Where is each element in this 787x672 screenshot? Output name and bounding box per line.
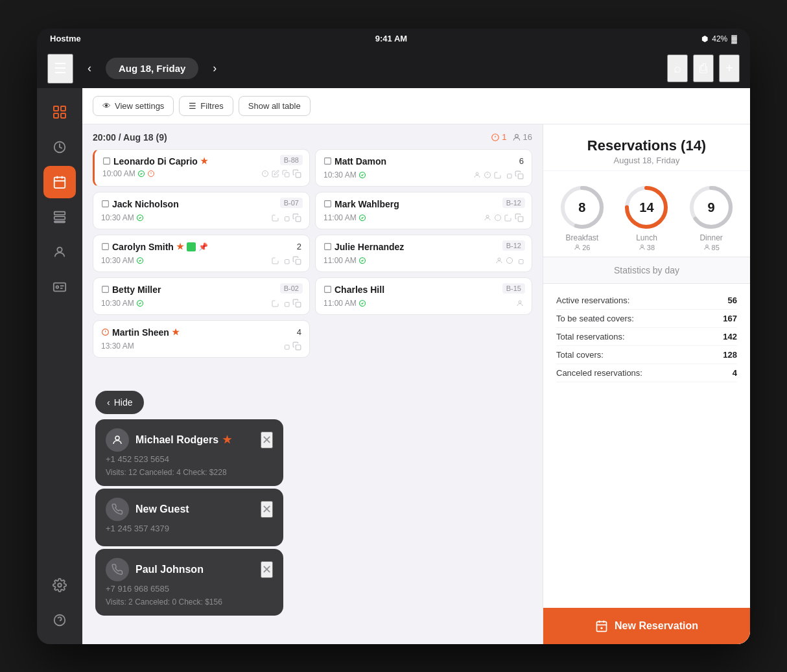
sidebar-item-floor-plan[interactable]: [43, 96, 76, 128]
close-paul-button[interactable]: ✕: [261, 561, 273, 578]
circles-row: 8 Breakfast 26: [543, 171, 750, 257]
card-time-1: 10:00 AM: [102, 169, 155, 178]
lunch-value: 14: [639, 200, 653, 214]
res-card-8[interactable]: Charles Hill 4 B-15 11:00 AM: [315, 277, 532, 315]
card-time-7: 10:30 AM: [101, 299, 144, 308]
stat-value-total-covers: 128: [723, 350, 737, 360]
card-name-2: Matt Damon: [323, 156, 386, 167]
battery-icon: ▓: [731, 34, 737, 43]
card-table-1: B-88: [280, 155, 303, 165]
popup-name-new-guest: New Guest: [135, 504, 189, 515]
next-date-button[interactable]: ›: [206, 58, 223, 79]
time-label: 20:00 / Aug 18 (9): [93, 132, 167, 143]
cards-single-row5: Martin Sheen ★ 4 13:30 AM: [93, 320, 532, 358]
res-card-9[interactable]: Martin Sheen ★ 4 13:30 AM: [93, 320, 310, 358]
svg-rect-2: [54, 113, 58, 118]
svg-rect-33: [325, 158, 331, 165]
right-panel-header: Reservations (14) August 18, Friday: [543, 124, 750, 171]
view-settings-button[interactable]: 👁 View settings: [93, 96, 174, 116]
svg-rect-49: [102, 244, 109, 250]
prev-date-button[interactable]: ‹: [81, 58, 98, 79]
res-card-2[interactable]: Matt Damon 6 10:30 AM: [315, 149, 532, 187]
warning-badge: 1: [491, 132, 506, 142]
stat-label-seated: To be seated covers:: [556, 314, 723, 323]
svg-point-47: [495, 214, 501, 220]
svg-point-14: [56, 286, 59, 288]
svg-point-35: [476, 172, 478, 175]
card-icons-9: [282, 342, 301, 351]
card-icons-6: [495, 257, 524, 264]
card-time-2: 10:30 AM: [323, 170, 366, 180]
nav-icons: ⌕ ⎙ +: [667, 54, 740, 82]
pin-icon-5: 📌: [198, 242, 208, 251]
svg-rect-0: [54, 106, 58, 111]
filtres-button[interactable]: ☰ Filtres: [179, 96, 233, 116]
show-all-table-button[interactable]: Show all table: [239, 96, 311, 116]
res-card-7[interactable]: Betty Miller 3 B-02 10:30 AM: [93, 277, 310, 315]
search-button[interactable]: ⌕: [667, 54, 688, 82]
card-icons-4: [484, 213, 524, 222]
add-button[interactable]: +: [719, 54, 740, 82]
date-selector[interactable]: Aug 18, Friday: [106, 58, 198, 79]
dinner-covers: 85: [688, 244, 734, 251]
sidebar-item-settings[interactable]: [43, 569, 76, 601]
time-header: 20:00 / Aug 18 (9) 1 16: [93, 132, 532, 143]
svg-rect-5: [54, 177, 65, 188]
lunch-label: Lunch: [623, 233, 670, 242]
close-michael-button[interactable]: ✕: [261, 432, 273, 448]
avatar-michael: [106, 428, 129, 452]
hide-button[interactable]: ‹ Hide: [95, 391, 144, 414]
star-icon-9: ★: [172, 327, 180, 337]
filter-icon: ☰: [189, 101, 196, 111]
sidebar-item-guests[interactable]: [43, 236, 76, 268]
res-card-4[interactable]: Mark Wahlberg 4 B-12 11:00 AM: [315, 192, 532, 229]
card-name-1: Leonardo Di Caprio ★: [102, 156, 208, 167]
res-card-3[interactable]: Jack Nicholson 2 B-07 10:30 AM: [93, 192, 310, 229]
close-new-guest-button[interactable]: ✕: [261, 501, 273, 518]
chevron-left-icon: ‹: [107, 397, 110, 408]
popup-card-paul: Paul Johnson ✕ +7 916 968 6585 Visits: 2…: [95, 549, 283, 616]
popup-card-new-guest: New Guest ✕ +1 245 357 4379: [95, 489, 283, 546]
right-panel: Reservations (14) August 18, Friday: [543, 124, 750, 644]
svg-point-56: [507, 257, 513, 263]
sidebar-item-calendar[interactable]: [43, 166, 76, 198]
svg-rect-43: [296, 216, 301, 222]
card-icons-1: [261, 169, 301, 178]
stat-label-total-covers: Total covers:: [556, 350, 723, 360]
card-name-3: Jack Nicholson: [101, 199, 179, 209]
stat-value-total-res: 142: [723, 332, 737, 342]
new-reservation-button[interactable]: New Reservation: [543, 608, 750, 644]
card-table-3: B-07: [280, 198, 303, 208]
res-card-1[interactable]: Leonardo Di Caprio ★ 2 B-88 10:00 AM: [93, 149, 310, 187]
card-count-5: 2: [297, 242, 301, 251]
print-button[interactable]: ⎙: [693, 54, 714, 82]
res-card-5[interactable]: Carolyn Smith ★ 📌 2 10:30 AM: [93, 235, 310, 272]
eye-icon: 👁: [102, 101, 111, 111]
sidebar-item-id-card[interactable]: [43, 271, 76, 303]
avatar-new-guest: [106, 498, 129, 521]
card-name-7: Betty Miller: [101, 284, 161, 295]
green-square-5: [187, 242, 196, 251]
svg-rect-32: [296, 172, 301, 178]
svg-rect-79: [597, 621, 607, 631]
svg-rect-9: [54, 211, 65, 214]
sidebar-item-layout[interactable]: [43, 201, 76, 233]
svg-point-64: [519, 301, 521, 303]
svg-rect-62: [325, 286, 331, 293]
sidebar-item-clock[interactable]: [43, 131, 76, 163]
sidebar-item-help[interactable]: [43, 604, 76, 636]
battery-label: 42%: [712, 34, 727, 43]
svg-rect-52: [296, 259, 301, 264]
svg-rect-24: [104, 158, 110, 165]
stat-row-canceled: Canceled reservations: 4: [556, 364, 737, 382]
svg-rect-61: [296, 302, 301, 307]
svg-rect-60: [285, 302, 290, 307]
card-time-9: 13:30 AM: [101, 342, 134, 351]
res-card-6[interactable]: Julie Hernandez 2 B-12 11:00 AM: [315, 235, 532, 272]
card-time-4: 11:00 AM: [323, 213, 366, 222]
hamburger-button[interactable]: ☰: [47, 54, 73, 84]
time-badges: 1 16: [491, 132, 532, 142]
svg-rect-44: [325, 201, 331, 207]
stat-row-active: Active reservations: 56: [556, 292, 737, 310]
status-right: ⬢ 42% ▓: [701, 34, 737, 43]
